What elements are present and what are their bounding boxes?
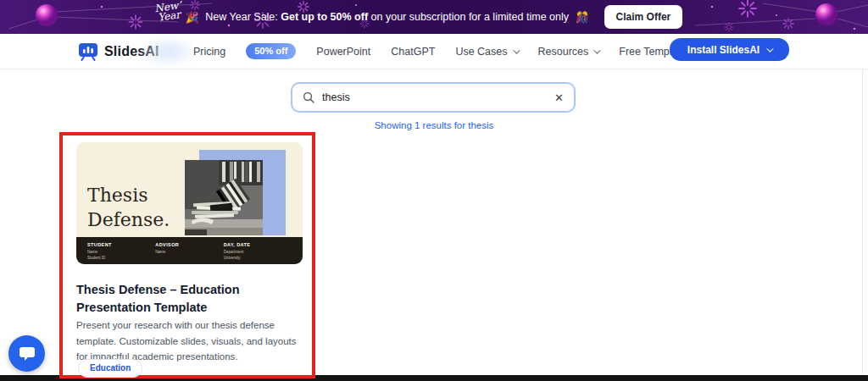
disco-ball-right <box>815 3 837 25</box>
chat-widget-button[interactable] <box>8 335 45 372</box>
chevron-down-icon <box>766 45 773 52</box>
search-input[interactable] <box>322 91 547 103</box>
nav-item-resources[interactable]: Resources <box>538 46 599 58</box>
blurred-region <box>137 36 198 68</box>
highlighted-template-card[interactable]: Thesis Defense. STUDENT Name Student ID … <box>59 132 315 378</box>
party-popper-icon: 🎉 <box>186 11 199 24</box>
banner-text: New Year Sale: Get up to 50% off on your… <box>205 11 569 23</box>
chevron-down-icon <box>513 47 520 53</box>
nav-item-use-cases[interactable]: Use Cases <box>455 46 517 58</box>
page-right-divider <box>862 34 863 375</box>
new-year-script-decoration: New’ Year <box>148 0 190 24</box>
install-slidesai-button[interactable]: Install SlidesAI <box>670 38 789 61</box>
slide-footer-advisor: ADVISOR Name <box>155 242 223 264</box>
template-card-title[interactable]: Thesis Defense – Education Presentation … <box>76 281 310 317</box>
template-search-box: ✕ <box>291 82 576 113</box>
confetti-ball-icon: 🎊 <box>576 11 589 24</box>
search-icon <box>303 91 314 103</box>
chevron-down-icon <box>593 47 600 53</box>
clear-search-icon[interactable]: ✕ <box>554 92 564 103</box>
slidesai-logo-icon <box>78 42 98 61</box>
nav-item-chatgpt[interactable]: ChatGPT <box>391 46 435 58</box>
template-card-description: Present your research with our thesis de… <box>76 318 305 365</box>
chat-bubble-icon <box>19 346 36 362</box>
slide-footer-student: STUDENT Name Student ID <box>87 242 155 264</box>
claim-offer-button[interactable]: Claim Offer <box>604 5 683 29</box>
nav-item-powerpoint[interactable]: PowerPoint <box>316 46 370 58</box>
slide-footer-date: DAY, DATE Department University <box>224 242 292 264</box>
promo-banner: New’ Year 🎉 New Year Sale: Get up to 50%… <box>0 0 868 34</box>
books-photo <box>185 160 263 235</box>
category-tag-education[interactable]: Education <box>78 359 142 378</box>
disco-ball-left <box>36 4 58 26</box>
search-results-count: Showing 1 results for thesis <box>0 120 868 130</box>
navbar: SlidesAI Pricing 50% off PowerPoint Chat… <box>0 34 868 69</box>
discount-badge[interactable]: 50% off <box>246 43 296 59</box>
nav-item-pricing[interactable]: Pricing <box>193 46 225 58</box>
slide-footer-bar: STUDENT Name Student ID ADVISOR Name DAY… <box>76 237 303 264</box>
slide-title-text: Thesis Defense. <box>87 183 170 232</box>
template-preview-thumbnail[interactable]: Thesis Defense. STUDENT Name Student ID … <box>76 142 303 264</box>
